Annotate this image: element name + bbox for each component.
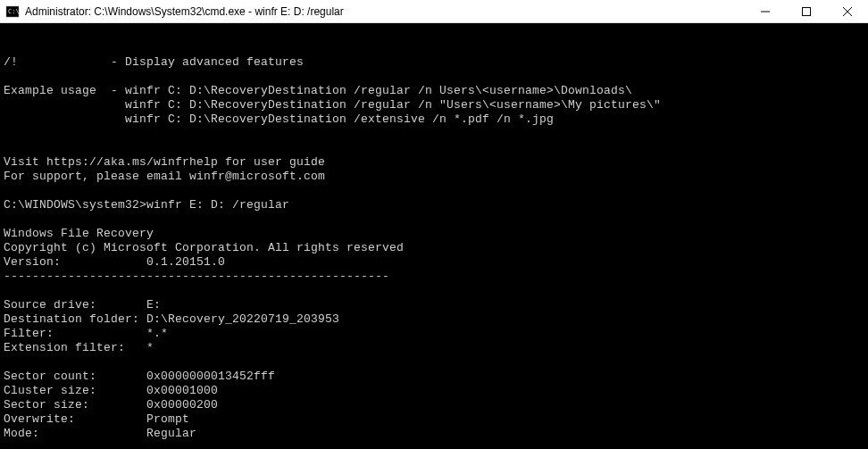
terminal-line: Source drive: E: [4,298,868,312]
terminal-line: Extension filter: * [4,341,868,355]
terminal-line [4,355,868,370]
terminal-line: Copyright (c) Microsoft Corporation. All… [4,241,868,255]
terminal-output[interactable]: /! - Display advanced features Example u… [0,23,868,449]
close-button[interactable] [827,0,868,22]
window-titlebar: C:\ Administrator: C:\Windows\System32\c… [0,0,868,23]
terminal-line: /! - Display advanced features [4,55,868,70]
terminal-line: Example usage - winfr C: D:\RecoveryDest… [4,84,868,98]
terminal-line [4,212,868,227]
terminal-line: Sector size: 0x00000200 [4,398,868,412]
terminal-line: Cluster size: 0x00001000 [4,384,868,398]
terminal-line: Filter: *.* [4,327,868,341]
maximize-button[interactable] [786,0,827,22]
window-controls [745,0,868,22]
terminal-line: winfr C: D:\RecoveryDestination /extensi… [4,112,868,127]
terminal-line [4,284,868,298]
terminal-line: Version: 0.1.20151.0 [4,255,868,270]
terminal-line: C:\WINDOWS\system32>winfr E: D: /regular [4,198,868,212]
terminal-line: ----------------------------------------… [4,270,868,284]
terminal-line: Destination folder: D:\Recovery_20220719… [4,312,868,327]
terminal-line [4,441,868,449]
terminal-line: Sector count: 0x0000000013452fff [4,370,868,384]
svg-rect-3 [803,7,811,15]
terminal-line: Mode: Regular [4,427,868,441]
terminal-line: Visit https://aka.ms/winfrhelp for user … [4,155,868,170]
terminal-line [4,127,868,141]
cmd-icon: C:\ [5,4,20,19]
terminal-line: Overwrite: Prompt [4,412,868,427]
svg-text:C:\: C:\ [8,8,20,15]
minimize-button[interactable] [745,0,786,22]
terminal-line: For support, please email winfr@microsof… [4,170,868,184]
terminal-line [4,141,868,155]
terminal-line [4,184,868,198]
terminal-line: Windows File Recovery [4,227,868,241]
window-title: Administrator: C:\Windows\System32\cmd.e… [25,5,745,18]
terminal-line [4,70,868,84]
terminal-line: winfr C: D:\RecoveryDestination /regular… [4,98,868,112]
